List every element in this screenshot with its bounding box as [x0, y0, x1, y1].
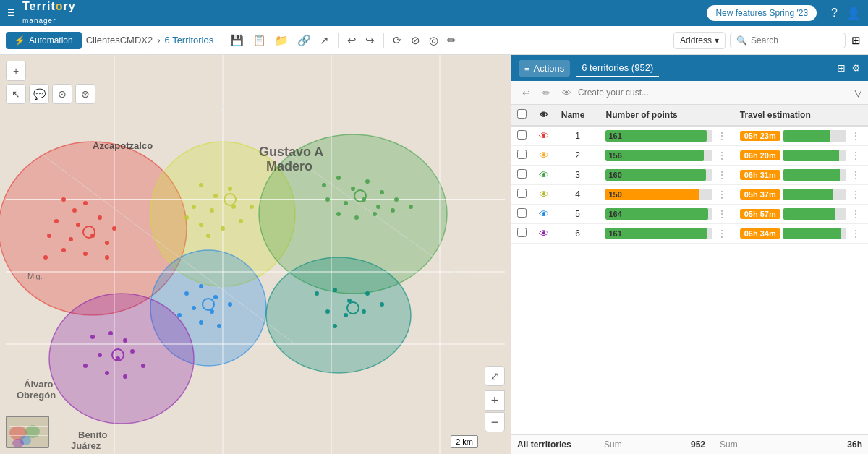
grid-view-icon[interactable]: ⊞ [837, 62, 846, 74]
points-value-5: 164 [608, 208, 621, 220]
svg-point-47 [351, 187, 355, 191]
hamburger-icon[interactable]: ☰ [7, 8, 15, 18]
travel-bar-wrap-4 [783, 189, 846, 200]
svg-point-29 [105, 255, 109, 260]
svg-point-48 [365, 179, 370, 184]
col-checkbox [511, 105, 533, 126]
user-icon[interactable]: 👤 [846, 7, 861, 20]
travel-more-6[interactable]: ⋮ [849, 228, 862, 239]
row-checkbox-5[interactable] [517, 208, 527, 218]
svg-text:Mig.: Mig. [27, 272, 43, 280]
col-points: Number of points [600, 105, 733, 126]
edit-tool-button[interactable]: ✏ [537, 84, 555, 101]
travel-bar-wrap-3 [783, 169, 846, 181]
travel-bar-4 [783, 189, 833, 200]
focus-tool[interactable]: ⊙ [52, 84, 72, 104]
export-icon[interactable]: ↗ [318, 33, 331, 48]
link-icon[interactable]: 🔗 [296, 33, 312, 48]
travel-more-2[interactable]: ⋮ [849, 150, 862, 161]
toolbar: ⚡ Automation ClientesCMDX2 › 6 Territori… [0, 26, 868, 55]
svg-point-28 [83, 252, 88, 256]
refresh-icon[interactable]: ⟳ [391, 33, 404, 48]
undo-icon[interactable]: ↩ [346, 33, 358, 48]
toolbar-divider-3 [383, 33, 384, 48]
zoom-in-button[interactable]: + [485, 390, 505, 411]
edit-map-icon[interactable]: ✏ [446, 33, 458, 48]
travel-more-4[interactable]: ⋮ [849, 189, 862, 200]
panel-header-icons: ⊞ ⚙ [837, 62, 861, 74]
folder-icon[interactable]: 📁 [273, 33, 290, 48]
visibility-tool-button[interactable]: 👁 [558, 84, 575, 101]
points-more-1[interactable]: ⋮ [715, 130, 728, 142]
actions-button[interactable]: ≡ Actions [519, 60, 570, 77]
row-checkbox-2[interactable] [517, 150, 527, 159]
svg-point-57 [373, 212, 377, 216]
search-input[interactable] [751, 35, 838, 46]
cancel-icon[interactable]: ⊘ [409, 33, 422, 48]
actions-label: Actions [534, 63, 565, 74]
right-panel: ≡ Actions 6 territories (952) ⊞ ⚙ ↩ ✏ 👁 … [511, 55, 868, 454]
row-checkbox-4[interactable] [517, 189, 527, 198]
copy-icon[interactable]: 📋 [251, 33, 268, 48]
breadcrumb-client[interactable]: ClientesCMDX2 [86, 35, 153, 46]
travel-more-5[interactable]: ⋮ [849, 208, 862, 220]
filter-button[interactable]: ▽ [854, 87, 862, 98]
cursor-tool[interactable]: ↖ [6, 84, 26, 104]
zoom-fit-button[interactable]: ⤢ [485, 366, 505, 386]
svg-point-5 [266, 257, 411, 373]
row-checkbox-6[interactable] [517, 228, 527, 237]
save-icon[interactable]: 💾 [229, 33, 245, 48]
visibility-icon-6[interactable]: 👁 [539, 228, 549, 239]
row-checkbox-3[interactable] [517, 169, 527, 179]
svg-point-69 [177, 313, 182, 317]
panel-settings-icon[interactable]: ⚙ [851, 62, 861, 74]
row-points-4: 150 ⋮ [600, 185, 733, 205]
travel-more-1[interactable]: ⋮ [849, 130, 862, 142]
zoom-out-button[interactable]: − [485, 412, 505, 432]
layers-tool[interactable]: ⊛ [75, 84, 95, 104]
visibility-icon-5[interactable]: 👁 [539, 208, 549, 220]
comment-tool[interactable]: 💬 [29, 84, 49, 104]
points-value-6: 161 [608, 228, 621, 239]
automation-button[interactable]: ⚡ Automation [6, 32, 82, 49]
row-travel-1: 05h 23m ⋮ [734, 126, 868, 146]
help-icon[interactable]: ? [831, 7, 838, 20]
row-checkbox-1[interactable] [517, 130, 527, 140]
breadcrumb-territories[interactable]: 6 Territorios [165, 35, 214, 46]
points-more-2[interactable]: ⋮ [715, 150, 728, 161]
automation-icon: ⚡ [14, 35, 25, 46]
undo-tool-button[interactable]: ↩ [517, 84, 535, 101]
visibility-icon-4[interactable]: 👁 [539, 189, 549, 200]
points-more-5[interactable]: ⋮ [715, 208, 728, 220]
zoom-in-button[interactable]: + [6, 61, 26, 81]
layout-icon[interactable]: ⊞ [850, 33, 862, 48]
redo-icon[interactable]: ↪ [364, 33, 376, 48]
visibility-icon-3[interactable]: 👁 [539, 169, 549, 181]
table-row: 👁 2 156 ⋮ 06h 20m ⋮ [511, 146, 868, 166]
points-more-6[interactable]: ⋮ [715, 228, 728, 239]
table-footer: All territories Sum 952 Sum 36h [511, 434, 868, 454]
svg-point-35 [192, 205, 196, 209]
row-visibility-cell-5: 👁 [533, 205, 556, 224]
svg-point-79 [333, 324, 337, 328]
svg-point-75 [326, 309, 330, 314]
svg-point-49 [380, 190, 384, 194]
create-custom-input[interactable] [578, 87, 851, 98]
points-more-3[interactable]: ⋮ [715, 169, 728, 181]
new-features-button[interactable]: New features Spring '23 [707, 5, 817, 21]
row-travel-3: 06h 31m ⋮ [734, 166, 868, 185]
row-checkbox-cell [511, 146, 533, 166]
select-all-checkbox[interactable] [517, 109, 527, 119]
svg-point-62 [199, 284, 203, 288]
svg-point-41 [250, 205, 254, 209]
visibility-icon-1[interactable]: 👁 [539, 130, 549, 142]
target-icon[interactable]: ◎ [427, 33, 440, 48]
row-points-2: 156 ⋮ [600, 146, 733, 166]
territories-tab[interactable]: 6 territories (952) [576, 59, 659, 77]
points-more-4[interactable]: ⋮ [715, 189, 728, 200]
visibility-icon-2[interactable]: 👁 [539, 150, 549, 161]
row-checkbox-cell [511, 166, 533, 185]
search-box[interactable]: 🔍 [730, 33, 846, 48]
address-dropdown[interactable]: Address ▾ [673, 32, 726, 49]
travel-more-3[interactable]: ⋮ [849, 169, 862, 181]
